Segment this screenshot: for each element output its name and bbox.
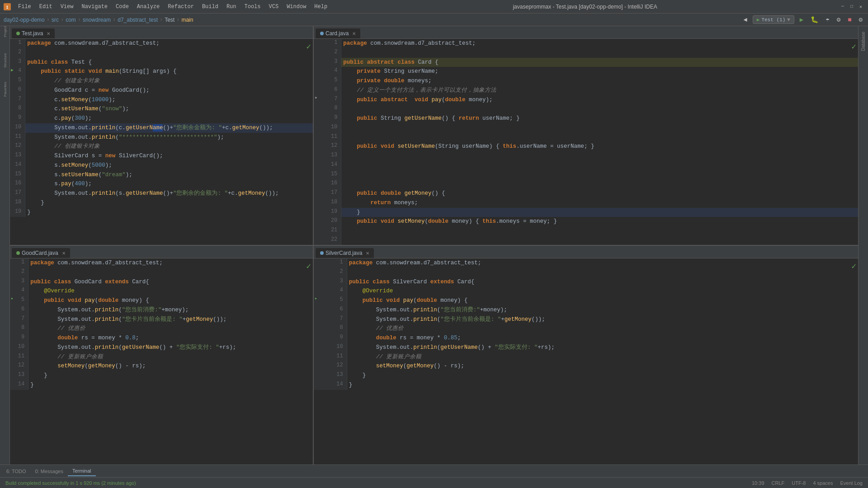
toolbar-right: ◄ ▶ Test (1) ▼ ▶ 🐛 ☂ ⚙ ■ ⚙ [741, 15, 864, 24]
menu-help[interactable]: Help [311, 2, 331, 12]
tab-dot-icon [320, 251, 324, 255]
stop-button[interactable]: ■ [846, 15, 853, 24]
tab-dot-icon [16, 32, 20, 35]
tab-close-icon[interactable]: ✕ [352, 31, 356, 36]
tab-goodcard-java[interactable]: GoodCard.java ✕ [12, 248, 70, 258]
tab-test-java[interactable]: Test.java ✕ [12, 28, 55, 38]
breadcrumb-snowdream[interactable]: snowdream [83, 17, 111, 23]
project-tool-button[interactable]: Project [1, 28, 9, 35]
table-row: 1 package com.snowdream.d7_abstract_test… [314, 258, 858, 268]
tab-close-icon[interactable]: ✕ [47, 31, 50, 36]
title-bar: I File Edit View Navigate Code Analyze R… [0, 0, 868, 14]
table-row: 2 [314, 48, 858, 58]
table-row: 11 [314, 133, 858, 142]
tab-card-java[interactable]: Card.java ✕ [316, 28, 360, 38]
bottom-tool-tabs: 6: TODO 0: Messages Terminal [0, 465, 868, 477]
menu-navigate[interactable]: Navigate [78, 2, 111, 12]
minimize-button[interactable]: ─ [839, 3, 846, 10]
breadcrumb-com[interactable]: com [66, 17, 76, 23]
editor-goodcard-java: GoodCard.java ✕ 1 package com.snowdream.… [10, 246, 314, 465]
menu-edit[interactable]: Edit [36, 2, 56, 12]
table-row: 19 } [314, 208, 858, 217]
code-content-test[interactable]: 1 package com.snowdream.d7_abstract_test… [10, 39, 313, 245]
breadcrumb-test-class[interactable]: Test [165, 17, 175, 23]
status-right: 10:39 CRLF UTF-8 4 spaces Event Log [750, 480, 864, 486]
event-log-link[interactable]: Event Log [838, 480, 864, 486]
breadcrumb-main[interactable]: main [181, 17, 193, 23]
table-row: 8 // 优惠价 [314, 324, 858, 333]
tab-close-icon[interactable]: ✕ [366, 251, 369, 256]
editors-top-row: Test.java ✕ 1 package com.snowdream.d7_a… [10, 26, 858, 246]
tab-silvercard-java[interactable]: SilverCard.java ✕ [316, 248, 374, 258]
title-bar-left: I File Edit View Navigate Code Analyze R… [4, 2, 331, 12]
table-row: 11 System.out.println("*****************… [10, 133, 313, 142]
menu-analyze[interactable]: Analyze [133, 2, 163, 12]
code-table: 1 package com.snowdream.d7_abstract_test… [10, 258, 313, 390]
table-row: ●5 public void pay(double money) { [10, 296, 313, 305]
table-row: 18 return moneys; [314, 198, 858, 208]
tab-dot-icon [16, 251, 20, 255]
more-button[interactable]: ⚙ [835, 15, 842, 24]
run-button[interactable]: ▶ [798, 15, 805, 24]
table-row: 14 } [314, 380, 858, 390]
menu-build[interactable]: Build [198, 2, 222, 12]
tab-dot-icon [320, 32, 324, 35]
code-content-goodcard[interactable]: 1 package com.snowdream.d7_abstract_test… [10, 258, 313, 465]
breadcrumb-toolbar: day02-opp-demo › src › com › snowdream ›… [0, 14, 868, 26]
editor-silvercard-java: SilverCard.java ✕ 1 package com.snowdrea… [314, 246, 858, 465]
menu-vcs[interactable]: VCS [265, 2, 283, 12]
menu-refactor[interactable]: Refactor [164, 2, 198, 12]
structure-tool-button[interactable]: Structure [1, 57, 9, 64]
menu-file[interactable]: File [14, 2, 35, 12]
code-content-card[interactable]: 1 package com.snowdream.d7_abstract_test… [314, 39, 858, 245]
table-row: 12 setMoney(getMoney() - rs); [10, 361, 313, 371]
breadcrumb-d7[interactable]: d7_abstract_test [118, 17, 158, 23]
tab-label: Test.java [22, 30, 43, 37]
breadcrumb-src[interactable]: src [52, 17, 59, 23]
menu-run[interactable]: Run [223, 2, 240, 12]
debug-button[interactable]: 🐛 [809, 15, 820, 24]
table-row: 13 SilverCard s = new SilverCard(); [10, 151, 313, 161]
status-charset[interactable]: UTF-8 [790, 480, 807, 486]
table-row: 6 System.out.println("您当前消费:"+money); [314, 305, 858, 315]
menu-window[interactable]: Window [283, 2, 310, 12]
maximize-button[interactable]: □ [848, 3, 855, 10]
table-row: 18 } [10, 198, 313, 208]
todo-tab[interactable]: 6: TODO [2, 467, 31, 476]
file-valid-indicator: ✓ [306, 261, 311, 271]
editor-test-java: Test.java ✕ 1 package com.snowdream.d7_a… [10, 26, 314, 245]
status-position[interactable]: 10:39 [750, 480, 766, 486]
tab-close-icon[interactable]: ✕ [62, 251, 66, 256]
favorites-tool-button[interactable]: Favorites [1, 86, 9, 93]
table-row: 10 System.out.println(getUserName() + "您… [314, 343, 858, 352]
run-config-selector[interactable]: ▶ Test (1) ▼ [753, 15, 794, 24]
menu-code[interactable]: Code [112, 2, 132, 12]
menu-tools[interactable]: Tools [241, 2, 264, 12]
table-row: 2 [10, 268, 313, 277]
database-tool-button[interactable]: Database [860, 28, 867, 55]
settings-button[interactable]: ⚙ [857, 15, 864, 24]
todo-tab-label: 6: TODO [6, 469, 26, 474]
table-row: 12 public void setUserName(String userNa… [314, 142, 858, 151]
table-row: ▶4 public static void main(String[] args… [10, 67, 313, 76]
status-crlf[interactable]: CRLF [770, 480, 787, 486]
terminal-tab[interactable]: Terminal [68, 466, 96, 476]
messages-tab[interactable]: 0: Messages [31, 467, 68, 476]
menu-view[interactable]: View [57, 2, 77, 12]
status-indent[interactable]: 4 spaces [811, 480, 835, 486]
table-row: 1 package com.snowdream.d7_abstract_test… [314, 39, 858, 48]
menu-bar: File Edit View Navigate Code Analyze Ref… [14, 2, 331, 12]
app-icon: I [4, 3, 11, 10]
table-row: 16 [314, 179, 858, 189]
main-area: Project Structure Favorites Test.java ✕ [0, 26, 868, 465]
breadcrumb-project[interactable]: day02-opp-demo [4, 17, 45, 23]
status-bar: Build completed successfully in 1 s 920 … [0, 477, 868, 488]
code-content-silvercard[interactable]: 1 package com.snowdream.d7_abstract_test… [314, 258, 858, 465]
table-row: 19 } [10, 208, 313, 217]
coverage-button[interactable]: ☂ [824, 15, 831, 24]
back-button[interactable]: ◄ [741, 15, 749, 24]
table-row: 9 double rs = money * 0.8; [10, 333, 313, 343]
table-row: 4 @Override [10, 286, 313, 296]
table-row: 8 // 优惠价 [10, 324, 313, 333]
close-button[interactable]: ✕ [857, 3, 864, 10]
